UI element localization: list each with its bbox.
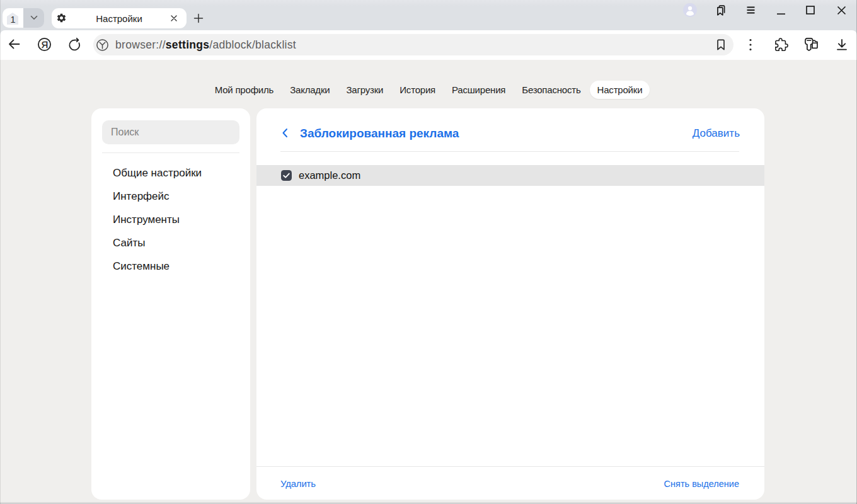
svg-text:Я: Я (41, 39, 48, 50)
